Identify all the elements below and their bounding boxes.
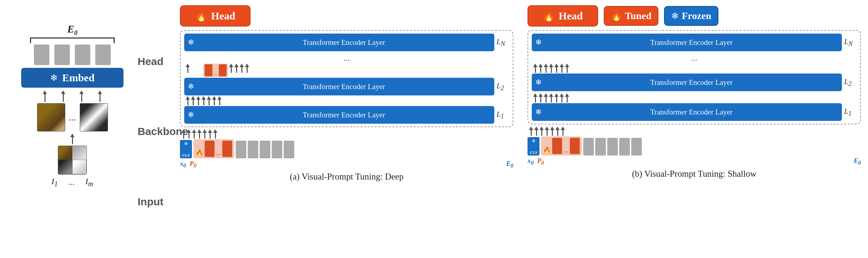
up-b7 — [217, 96, 222, 105]
cls-snow-a: ❄ — [184, 141, 188, 147]
up-a4 — [240, 64, 244, 77]
up-b6 — [212, 96, 216, 105]
p-tok-a2 — [222, 141, 232, 157]
gray-tok-a4 — [272, 141, 282, 158]
up-e6 — [560, 93, 564, 102]
snow-icon-l1-a: ❄ — [188, 110, 194, 119]
input-labels-b: x0 P0 E0 — [528, 157, 861, 166]
up-b1 — [186, 96, 190, 105]
p-tok-mid-a2 — [219, 64, 227, 76]
img-q3 — [58, 160, 72, 174]
p0-label-b: P0 — [537, 157, 544, 166]
trans-text-l1-a: Transformer Encoder Layer — [197, 111, 491, 119]
arrows-l2-l1-a — [184, 96, 509, 105]
arrows-l2-l1-b — [532, 93, 857, 102]
top-token-row — [34, 45, 111, 65]
up-d4 — [549, 64, 553, 73]
e0-label-a: E0 — [506, 160, 513, 167]
image-dog1 — [37, 103, 65, 131]
up-f5 — [550, 127, 554, 136]
arr-2 — [61, 90, 65, 102]
head-b-row: 🔥 Head 🔥 Tuned ❄ Frozen — [528, 5, 861, 27]
dots-backbone-b: ... — [532, 53, 857, 63]
up-d5 — [554, 64, 559, 73]
trans-text-l1-b: Transformer Encoder Layer — [544, 108, 838, 117]
p-tok-b2 — [570, 138, 580, 154]
gray-tok-a2 — [248, 141, 258, 158]
up-c7 — [213, 129, 217, 139]
up-a3 — [234, 64, 239, 77]
trans-text-ln-a: Transformer Encoder Layer — [197, 38, 491, 47]
trans-text-l2-a: Transformer Encoder Layer — [197, 82, 491, 91]
gray-tok-b5 — [631, 138, 642, 156]
diagram-b: 🔥 Head 🔥 Tuned ❄ Frozen — [528, 5, 861, 254]
up-f3 — [540, 127, 544, 136]
trans-bar-l1-b: ❄ Transformer Encoder Layer — [532, 103, 842, 121]
prompt-group-b: 🔥 ... — [541, 136, 582, 156]
main-layout: E0 ❄ Embed ... — [0, 0, 868, 258]
gray-tok-a1 — [236, 141, 246, 158]
arrows-input-l1-a — [180, 129, 513, 139]
p0-label-a: P0 — [189, 160, 197, 169]
head-row-label: Head — [138, 55, 180, 68]
up-c2 — [187, 129, 191, 139]
p-tok-a1 — [205, 141, 215, 157]
arr-bottom — [70, 134, 74, 144]
ln-label-a: LN — [496, 37, 509, 48]
up-b4 — [201, 96, 206, 105]
up-c6 — [208, 129, 212, 139]
arrows-input-l1-b — [528, 127, 861, 136]
e0-label-b: E0 — [854, 157, 861, 164]
token-1 — [34, 45, 49, 65]
image-bottom — [58, 146, 87, 175]
up-f1 — [529, 127, 533, 136]
cls-snow-b: ❄ — [532, 138, 536, 144]
e0-label-a-wrap: E0 — [200, 160, 513, 169]
backbone-a-box: ❄ Transformer Encoder Layer LN ... — [180, 30, 513, 127]
p-tok-b1 — [552, 138, 562, 154]
x0-label-b: x0 — [528, 157, 534, 166]
arr-4 — [98, 90, 102, 102]
e0-brace — [30, 37, 115, 43]
layer-l2-a: ❄ Transformer Encoder Layer L2 — [184, 78, 509, 95]
up-f2 — [534, 127, 538, 136]
fire-prompt-a: 🔥 — [195, 149, 203, 157]
head-a-box: 🔥 Head — [180, 5, 251, 27]
e0-top-label: E0 — [67, 23, 77, 37]
dots-backbone-a: ... — [184, 53, 509, 63]
ln-label-b: LN — [844, 37, 857, 48]
snow-icon-l2-a: ❄ — [188, 82, 194, 91]
frozen-box: ❄ Frozen — [664, 6, 718, 26]
trans-bar-l2-b: ❄ Transformer Encoder Layer — [532, 74, 842, 91]
l2-label-b: L2 — [844, 77, 857, 88]
input-row-label: Input — [138, 196, 180, 208]
cls-token-b: ❄ CLS — [528, 137, 540, 156]
head-a-label: Head — [211, 10, 235, 22]
p-tok-mid-a1 — [205, 64, 212, 76]
embed-bar: ❄ Embed — [21, 68, 123, 88]
up-e1 — [533, 93, 537, 102]
up-c4 — [197, 129, 201, 139]
gray-tok-a5 — [284, 141, 294, 158]
gray-tok-b4 — [619, 138, 630, 156]
two-diagrams-area: 🔥 Head ❄ Transformer Encoder Layer — [180, 5, 861, 254]
backbone-row-label: Backbone — [138, 125, 180, 137]
up-e4 — [549, 93, 553, 102]
input-tokens-b: ❄ CLS 🔥 ... — [528, 136, 861, 156]
up-f6 — [555, 127, 560, 136]
embed-snowflake-icon: ❄ — [50, 72, 58, 83]
fire-icon-a: 🔥 — [195, 10, 207, 22]
frozen-label: Frozen — [682, 10, 711, 22]
image-grid-4 — [58, 146, 87, 175]
head-a-row: 🔥 Head — [180, 5, 513, 27]
im-label: Im — [85, 177, 93, 188]
up-a5 — [245, 64, 249, 77]
image-row-top: ... — [37, 103, 108, 131]
dots-label: ... — [69, 112, 76, 123]
up-f7 — [561, 127, 565, 136]
head-b-label: Head — [559, 10, 583, 22]
img-q2 — [72, 146, 86, 160]
arr-1 — [43, 90, 47, 102]
tuned-box: 🔥 Tuned — [604, 6, 658, 26]
arr-3 — [79, 90, 84, 102]
